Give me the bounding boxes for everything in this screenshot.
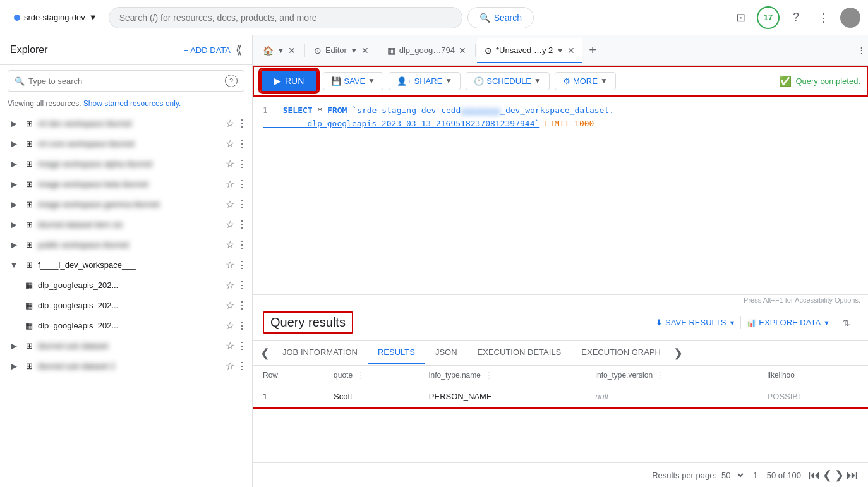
expand-icon[interactable]: ▶ [8, 359, 20, 372]
star-icon[interactable]: ☆ [226, 138, 234, 150]
add-tab-button[interactable]: + [584, 42, 601, 59]
add-data-button[interactable]: + ADD DATA [184, 45, 231, 55]
notification-badge[interactable]: 17 [757, 6, 780, 29]
tab-close-home[interactable]: ✕ [288, 45, 296, 56]
tab-overflow-button[interactable]: ⋮ [857, 45, 865, 55]
next-page-button[interactable]: ❯ [835, 468, 844, 482]
tab-chevron[interactable]: ▼ [277, 47, 284, 54]
more-icon[interactable]: ⋮ [237, 138, 247, 150]
star-icon[interactable]: ☆ [226, 117, 234, 129]
sub-tab-next-button[interactable]: ❯ [671, 341, 685, 365]
star-icon[interactable]: ☆ [226, 239, 234, 251]
expand-icon[interactable]: ▶ [8, 198, 20, 210]
first-page-button[interactable]: ⏮ [809, 469, 820, 482]
star-icon[interactable]: ☆ [226, 219, 234, 231]
save-button[interactable]: 💾 SAVE ▼ [323, 72, 383, 90]
save-results-chevron-icon[interactable]: ▼ [728, 319, 735, 327]
list-item-child[interactable]: ▦ dlp_googleapis_202... ☆ ⋮ [0, 315, 252, 335]
more-icon[interactable]: ⋮ [237, 219, 247, 231]
star-icon[interactable]: ☆ [226, 259, 234, 271]
sub-tab-prev-button[interactable]: ❮ [258, 341, 272, 365]
collapse-icon[interactable]: ▼ [8, 258, 20, 271]
help-button[interactable]: ? [785, 6, 807, 29]
expand-icon[interactable]: ▶ [8, 339, 20, 352]
list-item-child[interactable]: ▦ dlp_googleapis_202... ☆ ⋮ [0, 295, 252, 315]
list-item[interactable]: ▶ ⊞ image workspace alpha blurred ☆ ⋮ [0, 153, 252, 174]
tab-close-unsaved[interactable]: ✕ [567, 45, 575, 56]
more-icon[interactable]: ⋮ [237, 259, 247, 271]
star-icon[interactable]: ☆ [226, 158, 234, 170]
run-button[interactable]: ▶ RUN [260, 69, 318, 92]
explore-data-button[interactable]: 📊 EXPLORE DATA ▼ [746, 318, 830, 327]
expand-icon[interactable]: ▶ [8, 177, 20, 190]
expand-collapse-button[interactable]: ⇅ [835, 311, 858, 334]
list-item[interactable]: ▶ ⊞ public workspace blurred ☆ ⋮ [0, 234, 252, 255]
star-icon[interactable]: ☆ [226, 340, 234, 352]
list-item[interactable]: ▶ ⊞ ml core workspace blurred ☆ ⋮ [0, 133, 252, 153]
tab-editor[interactable]: ⊙ Editor ▼ ✕ [306, 38, 377, 63]
tab-home[interactable]: 🏠 ▼ ✕ [255, 38, 303, 63]
share-button[interactable]: 👤+ SHARE ▼ [389, 72, 461, 90]
more-icon[interactable]: ⋮ [237, 158, 247, 170]
schedule-button[interactable]: 🕐 SCHEDULE ▼ [466, 72, 550, 90]
more-icon[interactable]: ⋮ [237, 117, 247, 129]
per-page-select[interactable]: 50 100 200 [719, 470, 745, 481]
list-item-child[interactable]: ▦ dlp_googleapis_202... ☆ ⋮ [0, 275, 252, 295]
more-button[interactable]: ⚙ MORE ▼ [555, 72, 616, 90]
tab-close-editor[interactable]: ✕ [361, 45, 369, 56]
tab-results[interactable]: RESULTS [368, 341, 425, 364]
col-resize-info-type-name[interactable]: ⋮ [485, 371, 489, 380]
star-icon[interactable]: ☆ [226, 279, 234, 291]
more-options-button[interactable]: ⋮ [812, 6, 835, 29]
list-item[interactable]: ▶ ⊞ ml dev workspace blurred ☆ ⋮ [0, 113, 252, 133]
expand-icon[interactable]: ▶ [8, 218, 20, 231]
editor-area[interactable]: 1 SELECT * FROM `srde-staging-dev-ceddxx… [253, 97, 868, 295]
tab-execution-details[interactable]: EXECUTION DETAILS [467, 341, 572, 364]
more-icon[interactable]: ⋮ [237, 178, 247, 190]
sidebar-search-input[interactable] [28, 76, 221, 86]
avatar[interactable] [840, 8, 860, 28]
project-selector[interactable]: srde-staging-dev ▼ [8, 9, 104, 26]
tab-job-information[interactable]: JOB INFORMATION [272, 341, 368, 364]
save-results-button[interactable]: ⬇ SAVE RESULTS ▼ [656, 318, 735, 327]
list-item[interactable]: ▶ ⊞ blurred dataset item six ☆ ⋮ [0, 214, 252, 234]
expand-icon[interactable]: ▶ [8, 117, 20, 129]
search-input[interactable] [119, 13, 452, 23]
more-icon[interactable]: ⋮ [237, 198, 247, 210]
expand-icon[interactable]: ▶ [8, 157, 20, 170]
tab-editor-chevron[interactable]: ▼ [351, 47, 358, 54]
tab-execution-graph[interactable]: EXECUTION GRAPH [571, 341, 671, 364]
search-button[interactable]: 🔍 Search [467, 7, 534, 28]
tab-unsaved-chevron[interactable]: ▼ [557, 47, 564, 54]
star-icon[interactable]: ☆ [226, 320, 234, 332]
col-resize-info-type-version[interactable]: ⋮ [657, 371, 661, 380]
tab-dlp[interactable]: ▦ dlp_goog…794 ✕ [380, 38, 474, 63]
tab-unsaved[interactable]: ⊙ *Unsaved …y 2 ▼ ✕ [477, 38, 582, 63]
star-icon[interactable]: ☆ [226, 360, 234, 372]
help-icon[interactable]: ? [225, 75, 238, 87]
expand-icon[interactable]: ▶ [8, 137, 20, 150]
more-icon[interactable]: ⋮ [237, 320, 247, 332]
prev-page-button[interactable]: ❮ [823, 468, 832, 482]
tab-close-dlp[interactable]: ✕ [459, 45, 466, 56]
terminal-icon-button[interactable]: ⊡ [729, 6, 752, 29]
list-item[interactable]: ▶ ⊞ blurred sub dataset ☆ ⋮ [0, 335, 252, 356]
star-icon[interactable]: ☆ [226, 178, 234, 190]
per-page-selector[interactable]: Results per page: 50 100 200 [652, 470, 745, 481]
star-icon[interactable]: ☆ [226, 198, 234, 210]
more-icon[interactable]: ⋮ [237, 299, 247, 311]
explore-chevron-icon[interactable]: ▼ [823, 319, 830, 327]
more-icon[interactable]: ⋮ [237, 340, 247, 352]
more-icon[interactable]: ⋮ [237, 279, 247, 291]
list-item[interactable]: ▶ ⊞ image workspace beta blurred ☆ ⋮ [0, 174, 252, 194]
col-resize-quote[interactable]: ⋮ [357, 371, 361, 380]
collapse-sidebar-button[interactable]: ⟪ [236, 43, 242, 57]
star-icon[interactable]: ☆ [226, 299, 234, 311]
list-item-expanded[interactable]: ▼ ⊞ f____i_dev_workspace___ ☆ ⋮ [0, 255, 252, 275]
list-item[interactable]: ▶ ⊞ blurred sub dataset 2 ☆ ⋮ [0, 356, 252, 376]
expand-icon[interactable]: ▶ [8, 238, 20, 251]
last-page-button[interactable]: ⏭ [847, 469, 858, 482]
list-item[interactable]: ▶ ⊞ image workspace gamma blurred ☆ ⋮ [0, 194, 252, 214]
more-icon[interactable]: ⋮ [237, 239, 247, 251]
starred-resources-link[interactable]: Show starred resources only. [83, 99, 181, 108]
